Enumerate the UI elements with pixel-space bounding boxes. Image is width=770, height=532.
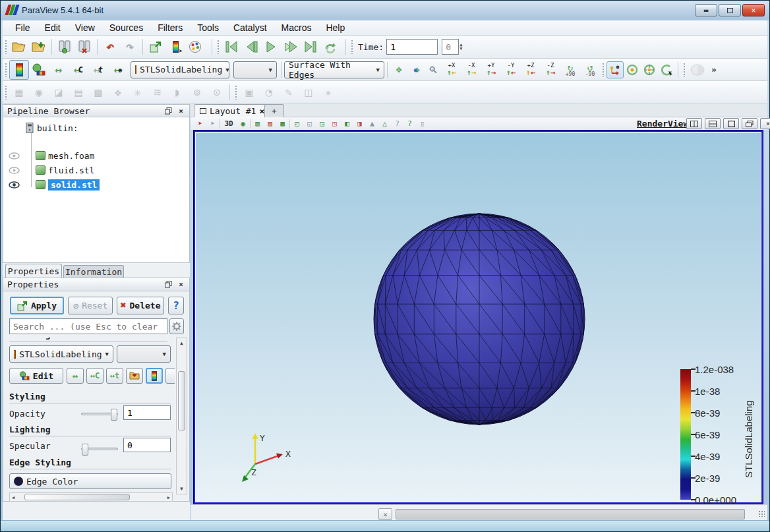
properties-header[interactable]: Properties × bbox=[3, 278, 189, 291]
scroll-left-icon[interactable]: ◀ bbox=[12, 495, 15, 500]
search-input[interactable] bbox=[9, 318, 167, 334]
scroll-up-icon[interactable]: ▲ bbox=[177, 340, 187, 346]
view-minus-y-button[interactable]: -Y↑← bbox=[501, 60, 521, 80]
menu-edit[interactable]: Edit bbox=[38, 20, 68, 35]
zoom-to-box-button[interactable]: 🔍︎ bbox=[425, 61, 442, 78]
plot-over-line-button[interactable]: ✎ bbox=[279, 82, 299, 102]
warp-filter-button[interactable]: ◗ bbox=[167, 82, 187, 102]
menu-sources[interactable]: Sources bbox=[102, 20, 150, 35]
hover-points-icon[interactable]: ◨ bbox=[354, 119, 365, 129]
select-cells-through-icon[interactable]: ▩ bbox=[277, 119, 288, 129]
close-panel-icon[interactable]: × bbox=[177, 107, 185, 115]
choose-preset-button[interactable] bbox=[126, 368, 143, 384]
rescale-visible-button[interactable]: ↔◉ bbox=[108, 60, 128, 80]
resize-grip[interactable] bbox=[758, 510, 765, 517]
extract-selection-button[interactable]: ▣ bbox=[239, 82, 259, 102]
rescale-custom-small-button[interactable]: ↔C bbox=[86, 368, 104, 384]
specular-slider-handle[interactable] bbox=[82, 444, 88, 456]
reset-button[interactable]: ⊘ Reset bbox=[68, 297, 113, 314]
disconnect-server-button[interactable] bbox=[74, 37, 94, 57]
properties-vertical-scrollbar[interactable]: ▲ ▼ bbox=[176, 338, 187, 494]
threshold-filter-button[interactable]: ▩ bbox=[88, 82, 108, 102]
pipeline-item-fluid-stl[interactable]: fluid.stl bbox=[9, 163, 94, 177]
toolbar-grip[interactable] bbox=[217, 40, 220, 54]
split-horizontal-button[interactable] bbox=[686, 118, 702, 129]
edge-color-button[interactable]: Edge Color bbox=[9, 473, 171, 489]
edit-colormap-button[interactable]: ➤ bbox=[165, 37, 185, 57]
help-button[interactable]: ? bbox=[168, 297, 184, 314]
edit-colormap-button-panel[interactable]: Edit bbox=[9, 368, 63, 384]
toolbar-grip[interactable] bbox=[5, 63, 7, 77]
redo-button[interactable]: ↷ bbox=[120, 37, 140, 57]
rescale-temporal-small-button[interactable]: ↔t bbox=[106, 368, 123, 384]
select-points-through-icon[interactable]: ◰ bbox=[291, 119, 303, 129]
query-points-icon[interactable]: ? bbox=[404, 119, 415, 129]
connect-server-button[interactable] bbox=[55, 37, 74, 57]
clip-filter-button[interactable]: ◪ bbox=[49, 82, 69, 102]
menu-help[interactable]: Help bbox=[318, 20, 352, 35]
rotate-90-cw-button[interactable]: ↻+90 bbox=[560, 60, 580, 80]
coloring-array-combo[interactable]: STLSolidLabeling ▼ bbox=[9, 345, 113, 363]
view-plus-x-button[interactable]: +X↑← bbox=[442, 60, 461, 80]
close-button[interactable]: ✕ bbox=[742, 4, 765, 16]
edit-color-map-button[interactable] bbox=[29, 60, 49, 80]
toggle-2d-3d-button[interactable]: 3D bbox=[222, 119, 236, 129]
delete-button[interactable]: ✖ Delete bbox=[117, 297, 164, 314]
glyph-filter-button[interactable]: ✳ bbox=[128, 82, 148, 102]
first-frame-button[interactable] bbox=[222, 37, 241, 57]
calculator-filter-button[interactable]: ▦ bbox=[9, 82, 29, 102]
split-vertical-button[interactable] bbox=[705, 118, 721, 129]
menu-tools[interactable]: Tools bbox=[190, 20, 226, 35]
select-points-on-icon[interactable]: ▨ bbox=[264, 119, 276, 129]
scroll-down-icon[interactable]: ▼ bbox=[177, 486, 187, 492]
interactive-select-points-icon[interactable]: ◳ bbox=[329, 119, 340, 129]
plot-global-over-time-button[interactable]: ◫ bbox=[299, 82, 318, 102]
group-datasets-filter-button[interactable]: ⊚ bbox=[187, 82, 207, 102]
rotate-90-ccw-button[interactable]: ↺-90 bbox=[580, 60, 600, 80]
frame-spinner[interactable]: ▲ ▼ bbox=[459, 43, 462, 51]
add-layout-tab[interactable]: + bbox=[264, 104, 284, 117]
menu-catalyst[interactable]: Catalyst bbox=[226, 20, 274, 35]
hover-cells-icon[interactable]: ◧ bbox=[341, 119, 353, 129]
float-panel-icon[interactable] bbox=[164, 280, 173, 289]
tab-properties[interactable]: Properties bbox=[5, 264, 62, 278]
rescale-range-small-button[interactable]: ↔ bbox=[67, 368, 84, 384]
clear-selection-icon[interactable]: ▯ bbox=[417, 119, 428, 129]
auto-apply-button[interactable] bbox=[146, 37, 165, 57]
toolbar-grip[interactable] bbox=[683, 63, 686, 77]
select-cells-on-icon[interactable]: ▧ bbox=[252, 119, 263, 129]
properties-horizontal-scrollbar[interactable]: ◀ ▶ bbox=[9, 492, 173, 502]
save-data-button[interactable] bbox=[29, 37, 49, 57]
menu-view[interactable]: View bbox=[68, 20, 102, 35]
extract-level-filter-button[interactable]: ⊙ bbox=[207, 82, 227, 102]
pipeline-browser-header[interactable]: Pipeline Browser × bbox=[3, 104, 190, 117]
close-view-button[interactable]: × bbox=[760, 118, 770, 129]
undo-button[interactable]: ↶ bbox=[100, 37, 120, 57]
interactive-select-cells-icon[interactable]: ◲ bbox=[316, 119, 328, 129]
reset-center-button[interactable] bbox=[658, 61, 675, 78]
opacity-input[interactable] bbox=[123, 405, 171, 420]
rescale-temporal-button[interactable]: ↔t bbox=[88, 60, 108, 80]
toolbar-grip[interactable] bbox=[5, 40, 7, 54]
representation-sphere-button[interactable] bbox=[688, 60, 707, 80]
toolbar-grip[interactable] bbox=[602, 63, 605, 77]
play-button[interactable] bbox=[261, 37, 281, 57]
menu-macros[interactable]: Macros bbox=[274, 20, 319, 35]
probe-location-button[interactable]: ✴ bbox=[318, 82, 338, 102]
reset-camera-button[interactable]: ✥ bbox=[390, 61, 407, 78]
contour-filter-button[interactable]: ◉ bbox=[29, 82, 49, 102]
maximize-view-button[interactable] bbox=[723, 118, 739, 129]
scroll-right-icon[interactable]: ▶ bbox=[167, 495, 170, 500]
rescale-to-custom-range-button[interactable]: ↔C bbox=[69, 60, 88, 80]
pick-center-button[interactable] bbox=[641, 61, 658, 78]
time-input[interactable] bbox=[386, 39, 438, 55]
zoom-to-data-button[interactable]: ✥● bbox=[407, 61, 425, 78]
interaction-mode-icon[interactable]: ➤ bbox=[194, 119, 206, 129]
representation-combo[interactable]: Surface With Edges ▼ bbox=[284, 61, 384, 78]
opacity-slider[interactable] bbox=[81, 413, 118, 415]
last-frame-button[interactable] bbox=[301, 37, 320, 57]
frame-index-input[interactable] bbox=[442, 39, 459, 55]
apply-button[interactable]: Apply bbox=[10, 297, 64, 314]
show-scalar-bar-toggle[interactable] bbox=[146, 368, 163, 384]
select-block-icon[interactable]: ◱ bbox=[304, 119, 315, 129]
